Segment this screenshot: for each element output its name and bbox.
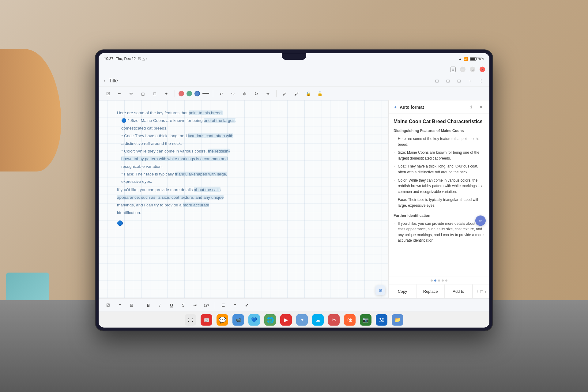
app-dock: ⋮⋮ 📰 💬 📹 💙 🌐 ▶ ✦ ☁ ✂ 🛍 📷 M 📁 <box>99 312 489 328</box>
replace-btn[interactable]: Replace <box>417 285 444 298</box>
color-teal[interactable] <box>187 91 192 96</box>
panel-action-bar: Copy Replace Add to ⫶ □ ‹ <box>389 284 489 298</box>
note-line-7: brown tabby pattern with white markings … <box>117 155 376 162</box>
panel-bullet-5: Face: Their face is typically triangular… <box>394 197 484 208</box>
dock-messages-btn[interactable]: 💬 <box>217 314 228 326</box>
expand-btn[interactable]: □ <box>470 67 475 72</box>
panel-close-btn[interactable]: ✕ <box>477 103 484 111</box>
pen2-tool[interactable]: 🖊 <box>280 89 289 98</box>
fmt-italic-btn[interactable]: I <box>155 300 164 310</box>
fmt-strikethrough-btn[interactable]: S <box>179 300 188 310</box>
note-line-10: expressive eyes. <box>117 178 376 185</box>
star-tool[interactable]: ✦ <box>162 89 171 98</box>
main-content-area: Here are some of the key features that p… <box>99 100 489 298</box>
eraser-tool[interactable]: ◻ <box>138 89 148 98</box>
app-title: Title <box>109 78 118 83</box>
color-red[interactable] <box>179 91 184 96</box>
panel-section2-bullets: If you'd like, you can provide more deta… <box>394 221 484 243</box>
dock-edit-btn[interactable]: ✂ <box>328 314 340 326</box>
sidebar-toggle-btn[interactable]: ⊞ <box>450 67 456 72</box>
dock-ai-btn[interactable]: ✦ <box>296 314 308 326</box>
panel-back-icon[interactable]: ‹ <box>485 288 486 294</box>
close-btn[interactable]: ✕ <box>480 67 485 72</box>
copy-btn[interactable]: Copy <box>389 285 417 298</box>
shape-tool[interactable]: □ <box>150 89 159 98</box>
date-display: Thu, Dec 12 <box>116 57 136 61</box>
pencil-tool[interactable]: ✏ <box>127 89 136 98</box>
fmt-align-btn[interactable]: ☰ <box>219 300 228 310</box>
panel-edit-btn[interactable]: ✏ <box>475 216 486 226</box>
dot-2[interactable] <box>434 280 436 282</box>
split-view-icon[interactable]: ⊡ <box>434 77 440 84</box>
panel-section2-title: Further Identification <box>394 213 484 217</box>
fmt-bullet-btn[interactable]: ≡ <box>115 300 124 310</box>
dock-video-btn[interactable]: 📹 <box>232 314 244 326</box>
lasso-tool[interactable]: ⊛ <box>240 89 249 98</box>
note-text-content: Here are some of the key features that p… <box>99 100 388 233</box>
panel-header: ✦ Auto format ℹ ✕ <box>389 100 489 114</box>
dock-grid-btn[interactable]: ⋮⋮ <box>185 314 196 326</box>
dock-camera-btn[interactable]: 📷 <box>360 314 371 326</box>
unlock-tool[interactable]: 🔓 <box>315 89 324 98</box>
fmt-dash-btn[interactable]: ⊟ <box>127 300 136 310</box>
fmt-font-size-btn[interactable]: 12▾ <box>202 300 211 310</box>
fmt-checkbox-btn[interactable]: ☑ <box>104 300 113 310</box>
brush-tool[interactable]: 🖌 <box>292 89 301 98</box>
dock-browser-btn[interactable]: 🌐 <box>264 314 276 326</box>
note-line-1: Here are some of the key features that p… <box>117 110 376 117</box>
dock-flipboard-btn[interactable]: 📰 <box>201 314 212 326</box>
grid-icon[interactable]: ⊟ <box>456 77 462 84</box>
note-line-2: 🔵 * Size: Maine Coons are known for bein… <box>117 117 376 124</box>
note-line-14: identification. <box>117 209 376 217</box>
tablet-device: 10:37 Thu, Dec 12 🖼 △ • ▲ 📶 78% ⊞ — □ ✕ … <box>95 50 493 331</box>
dot-5[interactable] <box>445 280 447 282</box>
note-editor[interactable]: Here are some of the key features that p… <box>99 100 388 298</box>
panel-info-btn[interactable]: ℹ <box>467 103 475 111</box>
notification-icons: 🖼 △ • <box>138 57 147 61</box>
panel-pagination <box>389 277 489 284</box>
line-thickness[interactable] <box>202 93 209 94</box>
app-titlebar: ‹ Title ⊡ ⊞ ⊟ + ⋮ <box>99 75 489 87</box>
dock-mail-btn[interactable]: M <box>376 314 387 326</box>
signal-icon: ▲ <box>458 57 462 61</box>
panel-columns-icon[interactable]: ⫶ <box>476 288 478 294</box>
color-blue[interactable] <box>194 91 200 96</box>
wifi-icon: 📶 <box>464 57 468 61</box>
layout-icon[interactable]: ⊞ <box>445 77 451 84</box>
pen-tool[interactable]: ✒ <box>115 89 124 98</box>
redo-btn[interactable]: ↪ <box>228 89 238 98</box>
dot-3[interactable] <box>438 280 440 282</box>
fmt-underline-btn[interactable]: U <box>167 300 176 310</box>
dock-youtube-btn[interactable]: ▶ <box>280 314 292 326</box>
undo-btn[interactable]: ↩ <box>217 89 226 98</box>
resize-tool[interactable]: ⇔ <box>263 89 273 98</box>
dock-chat-btn[interactable]: 💙 <box>248 314 260 326</box>
floating-add-btn[interactable]: ⊕ <box>375 285 385 295</box>
more-options-icon[interactable]: ⋮ <box>478 77 484 84</box>
fmt-expand-btn[interactable]: ⤢ <box>242 300 251 310</box>
toolbar-divider-3 <box>276 90 277 97</box>
panel-bullet-4: Color: While they can come in various co… <box>394 177 484 194</box>
lock-tool[interactable]: 🔒 <box>303 89 313 98</box>
back-button[interactable]: ‹ <box>104 78 105 83</box>
status-left: 10:37 Thu, Dec 12 🖼 △ • <box>104 57 147 61</box>
status-right: ▲ 📶 78% <box>458 57 484 61</box>
dot-4[interactable] <box>442 280 444 282</box>
minimize-btn[interactable]: — <box>460 67 466 72</box>
fmt-align-right-btn[interactable]: ≡ <box>230 300 239 310</box>
dock-skype-btn[interactable]: ☁ <box>312 314 324 326</box>
fmt-indent-btn[interactable]: ⇥ <box>190 300 199 310</box>
panel-square-icon[interactable]: □ <box>480 289 483 294</box>
dock-store-btn[interactable]: 🛍 <box>344 314 356 326</box>
rotate-tool[interactable]: ↻ <box>252 89 261 98</box>
add-icon[interactable]: + <box>467 77 473 84</box>
add-to-btn[interactable]: Add to <box>445 285 473 298</box>
panel-further-bullet-1: If you'd like, you can provide more deta… <box>394 221 484 243</box>
checkbox-tool[interactable]: ☑ <box>104 89 113 98</box>
dot-1[interactable] <box>431 280 433 282</box>
fmt-divider-2 <box>215 301 215 309</box>
time-display: 10:37 <box>104 57 113 61</box>
fmt-bold-btn[interactable]: B <box>144 300 153 310</box>
drawing-toolbar: ☑ ✒ ✏ ◻ □ ✦ ↩ ↪ ⊛ ↻ ⇔ 🖊 🖌 🔒 🔓 <box>99 87 489 100</box>
dock-files-btn[interactable]: 📁 <box>392 314 403 326</box>
